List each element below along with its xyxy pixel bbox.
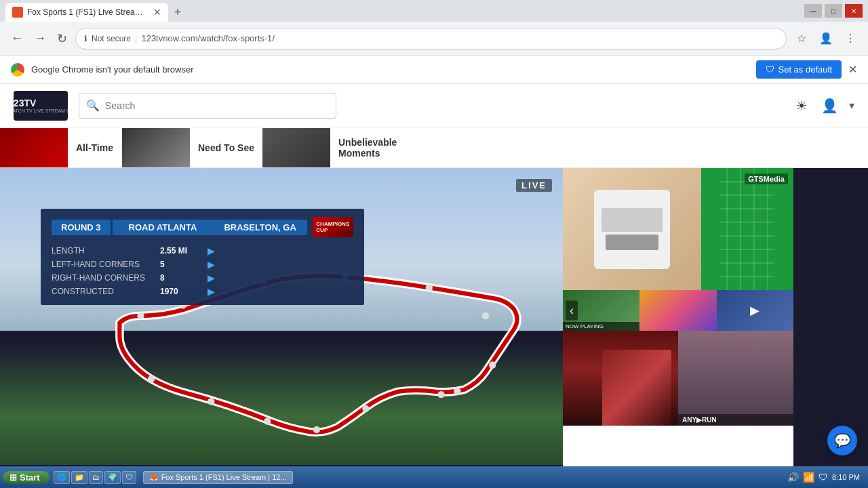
user-dropdown-icon: ▾ xyxy=(849,99,854,112)
sidebar-bottom-item-1[interactable] xyxy=(563,331,678,426)
round-badge: ROUND 3 xyxy=(52,220,113,235)
horror-thumb xyxy=(678,331,793,426)
header-right: ☀ 👤 ▾ xyxy=(793,95,854,117)
stat-row-length: LENGTH 2.55 MI ▶ xyxy=(52,245,353,256)
sidebar-thumb-logo: GTSMedia xyxy=(745,174,788,184)
logo-text: 123TV xyxy=(14,98,68,108)
maximize-button[interactable]: □ xyxy=(825,4,842,18)
stat-value-constructed: 1970 xyxy=(160,287,208,296)
set-default-button[interactable]: 🛡 Set as default xyxy=(756,60,842,79)
sidebar-bottom-grid: ANY▶RUN xyxy=(563,331,793,488)
sidebar-thumb-right xyxy=(701,168,793,290)
search-icon: 🔍 xyxy=(86,99,100,112)
site-header: ▶ 123TV WATCH TV LIVE STREAM ONLINE 🔍 ☀ … xyxy=(0,84,868,127)
carousel-item-2[interactable]: Need To See xyxy=(122,128,262,167)
carousel-thumb-1 xyxy=(0,128,68,167)
bookmark-icon[interactable]: ☆ xyxy=(792,29,811,48)
security-systray-icon[interactable]: 🛡 xyxy=(818,472,828,483)
volume-icon[interactable]: 🔊 xyxy=(787,472,799,483)
stat-row-constructed: CONSTRUCTED 1970 ▶ xyxy=(52,286,353,297)
stat-arrow-right-corners: ▶ xyxy=(208,272,215,283)
browser-tab[interactable]: Fox Sports 1 (FS1) Live Stream | 12... ✕ xyxy=(5,3,168,22)
carousel-item-3[interactable]: Unbelievable Moments xyxy=(262,128,425,167)
quicklaunch-folder[interactable]: 📁 xyxy=(71,471,87,484)
stat-label-left-corners: LEFT-HAND CORNERS xyxy=(52,260,160,269)
race-info-panel: ROUND 3 ROAD ATLANTA BRASELTON, GA CHAMP… xyxy=(41,209,364,305)
menu-icon[interactable]: ⋮ xyxy=(841,29,860,48)
grid-thumb-3: ▶ xyxy=(717,290,793,331)
svg-point-8 xyxy=(362,405,369,412)
user-account-button[interactable]: 👤 xyxy=(818,95,841,117)
sidebar-bottom-item-2[interactable]: ANY▶RUN xyxy=(678,331,793,426)
sidebar-thumb-left xyxy=(563,168,701,290)
account-icon[interactable]: 👤 xyxy=(816,29,835,48)
stat-label-right-corners: RIGHT-HAND CORNERS xyxy=(52,273,160,283)
diy-device-shape xyxy=(594,190,670,269)
tab-title: Fox Sports 1 (FS1) Live Stream | 12... xyxy=(27,7,149,17)
quicklaunch-chrome[interactable]: 🌍 xyxy=(104,471,121,484)
sidebar-grid-item-1[interactable]: ‹ NOW PLAYING xyxy=(563,290,639,331)
sidebar-grid-item-2[interactable] xyxy=(639,290,716,331)
new-tab-button[interactable]: + xyxy=(168,3,187,22)
live-badge: LIVE xyxy=(516,179,552,192)
concert-thumb xyxy=(563,331,678,426)
svg-point-11 xyxy=(208,398,214,405)
svg-point-13 xyxy=(437,391,444,398)
quicklaunch-ie[interactable]: 🌐 xyxy=(54,471,70,484)
theme-toggle-button[interactable]: ☀ xyxy=(793,95,810,117)
svg-point-0 xyxy=(137,312,144,319)
svg-point-4 xyxy=(426,284,433,291)
carousel-item-1[interactable]: All-Time xyxy=(0,128,122,167)
search-bar[interactable]: 🔍 xyxy=(79,93,336,119)
carousel-strip: All-Time Need To See Unbelievable Moment… xyxy=(0,127,868,168)
stat-arrow-left-corners: ▶ xyxy=(208,259,215,270)
url-text[interactable]: 123tvnow.com/watch/fox-sports-1/ xyxy=(141,33,778,43)
windows-logo-icon: ⊞ xyxy=(9,472,17,483)
tab-favicon xyxy=(12,7,23,18)
stat-value-left-corners: 5 xyxy=(160,260,208,269)
quick-launch: 🌐 📁 🗂 🌍 🛡 xyxy=(51,471,139,484)
stat-label-length: LENGTH xyxy=(52,246,160,256)
start-button[interactable]: ⊞ Start xyxy=(3,471,50,484)
minimize-button[interactable]: — xyxy=(804,4,822,18)
sidebar-grid-item-3[interactable]: ▶ xyxy=(717,290,793,331)
notification-message: Google Chrome isn't your default browser xyxy=(31,64,749,75)
back-button[interactable]: ← xyxy=(8,28,26,48)
forward-button[interactable]: → xyxy=(31,28,49,48)
carousel-label-2: Need To See xyxy=(190,142,262,153)
svg-point-12 xyxy=(148,375,155,382)
quicklaunch-explorer[interactable]: 🗂 xyxy=(89,471,103,484)
chat-button[interactable]: 💬 xyxy=(827,426,857,455)
sidebar-main-thumbnail[interactable]: GTSMedia xyxy=(563,168,793,290)
close-button[interactable]: ✕ xyxy=(845,4,863,18)
site-logo[interactable]: ▶ 123TV WATCH TV LIVE STREAM ONLINE xyxy=(14,91,68,121)
title-bar: Fox Sports 1 (FS1) Live Stream | 12... ✕… xyxy=(0,0,868,22)
stat-row-left-corners: LEFT-HAND CORNERS 5 ▶ xyxy=(52,259,353,270)
reload-button[interactable]: ↻ xyxy=(54,28,70,49)
race-series-logo: CHAMPIONSCUP xyxy=(313,217,353,237)
video-section: LIVE ROUND 3 ROAD ATLANTA BRASELTON, GA … xyxy=(0,168,563,488)
city-badge: BRASELTON, GA xyxy=(213,220,307,235)
tab-close-button[interactable]: ✕ xyxy=(153,7,161,18)
system-clock: 8:10 PM xyxy=(832,473,860,481)
race-stats: LENGTH 2.55 MI ▶ LEFT-HAND CORNERS 5 ▶ R… xyxy=(52,245,353,297)
svg-point-5 xyxy=(482,312,489,319)
taskbar: ⊞ Start 🌐 📁 🗂 🌍 🛡 🦊 Fox Sports 1 (FS1) L… xyxy=(0,466,868,488)
taskbar-item-favicon: 🦊 xyxy=(149,473,159,482)
carousel-label-1: All-Time xyxy=(68,142,122,153)
window-controls: — □ ✕ xyxy=(804,4,863,18)
stat-row-right-corners: RIGHT-HAND CORNERS 8 ▶ xyxy=(52,272,353,283)
carousel-thumb-2 xyxy=(122,128,190,167)
set-default-label: Set as default xyxy=(778,64,833,75)
search-input[interactable] xyxy=(105,100,329,111)
notification-close-button[interactable]: ✕ xyxy=(848,63,857,76)
prev-arrow-button[interactable]: ‹ xyxy=(566,301,578,321)
quicklaunch-shield[interactable]: 🛡 xyxy=(122,471,136,484)
video-player[interactable]: LIVE ROUND 3 ROAD ATLANTA BRASELTON, GA … xyxy=(0,168,563,488)
network-icon[interactable]: 📶 xyxy=(803,472,814,483)
url-bar[interactable]: ℹ Not secure | 123tvnow.com/watch/fox-sp… xyxy=(75,28,787,49)
stat-value-right-corners: 8 xyxy=(160,273,208,283)
sidebar-grid: ‹ NOW PLAYING ▶ xyxy=(563,290,793,331)
taskbar-item-1[interactable]: 🦊 Fox Sports 1 (FS1) Live Stream | 12... xyxy=(143,471,293,484)
taskbar-item-title: Fox Sports 1 (FS1) Live Stream | 12... xyxy=(161,473,287,481)
